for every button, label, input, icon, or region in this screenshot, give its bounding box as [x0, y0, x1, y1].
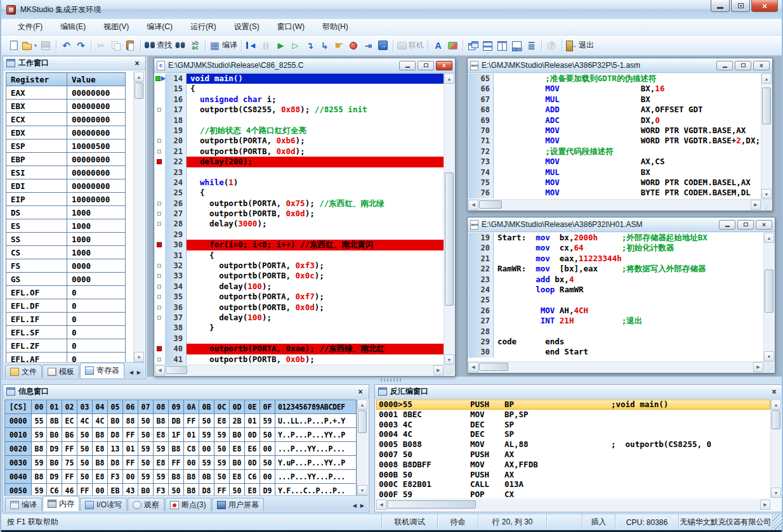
c-editor-titlebar[interactable]: c E:\GMJ\MKStudio\Release\C86_8255.C × [154, 58, 455, 73]
menu-item-编译(C)[interactable]: 编译(C) [138, 19, 181, 35]
code-line[interactable]: 17 outportb(CS8255, 0x88); //8255 init [155, 105, 444, 115]
code-line[interactable]: 29 [155, 230, 444, 240]
tab-scroll-left-icon[interactable]: ◀ [353, 503, 357, 509]
disasm-row[interactable]: 0005 B088MOVAL,88; outportb(CS8255, 0 [376, 439, 770, 450]
disasm-listing[interactable]: 0000>55PUSHBP;void main()0001 8BECMOVBP,… [376, 399, 770, 498]
tab-模板[interactable]: 模板 [43, 365, 79, 378]
code-line[interactable]: 30 for(i=0; i<8; i++) //东西红、南北黄闪 [155, 240, 444, 250]
register-row[interactable]: EDX00000000 [6, 126, 126, 139]
scroll-left-icon[interactable]: ◀ [468, 362, 478, 372]
code-line[interactable]: 31 { [155, 250, 444, 261]
code-line[interactable]: 14void main() [155, 74, 444, 84]
asm2-code-editor[interactable]: 19Start: mov bx,2000h ;外部存储器起始地址BX20 mov… [468, 233, 763, 361]
register-row[interactable]: SS1000 [6, 233, 126, 246]
register-row[interactable]: EFL.ZF0 [6, 339, 126, 353]
hex-row[interactable]: 0020B8D9FF50E813015959B8C80050E8E600...P… [5, 442, 357, 456]
find-button[interactable]: 查找 [143, 38, 173, 53]
disasm-vscrollbar[interactable]: ▲ ▼ [770, 399, 781, 498]
c-editor-vscrollbar[interactable]: ▲ ▼ [444, 74, 454, 365]
scroll-left-icon[interactable]: ◀ [468, 200, 478, 210]
register-row[interactable]: EIP10000000 [6, 193, 126, 206]
code-line[interactable]: 18 [155, 115, 444, 126]
close-button[interactable]: × [751, 0, 778, 12]
tab-断点(3)[interactable]: 断点(3) [165, 498, 211, 511]
code-line[interactable]: 28 [468, 327, 763, 337]
register-row[interactable]: EBP00000000 [6, 153, 126, 166]
menu-item-文件(F)[interactable]: 文件(F) [9, 19, 51, 35]
step-out-button[interactable] [317, 38, 332, 53]
scroll-right-icon[interactable]: ▶ [753, 362, 763, 372]
asm2-editor-window[interactable]: asm E:\GMJ\MKStudio\Release\A386P32I\H01… [467, 217, 775, 373]
tab-内存[interactable]: 内存 [43, 496, 79, 511]
hex-row[interactable]: 001059B0B650B8D8FF50E81F015959B00D50Y..P… [5, 428, 357, 442]
asm1-titlebar[interactable]: asm E:\GMJ\MKStudio\Release\A386P32P\5-1… [468, 58, 772, 73]
scroll-up-icon[interactable]: ▲ [134, 72, 144, 82]
disasm-row[interactable]: 0000>55PUSHBP;void main() [376, 399, 770, 410]
child-restore-button[interactable] [735, 61, 751, 70]
disasm-hscrollbar[interactable]: ◀ ▶ [376, 500, 770, 510]
scroll-down-icon[interactable]: ▼ [764, 351, 774, 361]
info-vscrollbar[interactable]: ▲ ▼ [357, 399, 367, 495]
menu-item-窗口(W)[interactable]: 窗口(W) [268, 19, 313, 35]
child-close-button[interactable]: × [753, 61, 770, 70]
child-restore-button[interactable] [418, 61, 434, 70]
code-line[interactable]: 24 loop RamWR [468, 285, 763, 295]
child-restore-button[interactable] [737, 220, 754, 230]
code-line[interactable]: 37 delay(100); [155, 313, 444, 323]
scroll-up-icon[interactable]: ▲ [771, 399, 781, 410]
reset-button[interactable] [244, 38, 259, 53]
code-line[interactable]: 74 MUL BX [468, 167, 761, 178]
c-editor-window[interactable]: c E:\GMJ\MKStudio\Release\C86_8255.C × 1… [154, 58, 456, 377]
register-row[interactable]: FS0000 [6, 259, 126, 273]
scroll-down-icon[interactable]: ▼ [134, 352, 144, 362]
scroll-right-icon[interactable]: ▶ [433, 365, 444, 375]
break-button[interactable] [332, 38, 346, 53]
code-line[interactable]: 71 MOV WORD PTR VGDTR.BASE+2,DX; [468, 136, 761, 146]
disasm-row[interactable]: 0001 8BECMOVBP,SP [376, 410, 770, 420]
new-file-button[interactable] [6, 38, 21, 53]
splitter-handle[interactable] [381, 379, 402, 382]
code-line[interactable]: 16 unsigned char i; [155, 94, 444, 105]
c-editor-hscrollbar[interactable]: ◀ ▶ [155, 365, 444, 375]
code-line[interactable]: 15{ [155, 84, 444, 94]
code-line[interactable]: 41 outportb(PORTB, 0x0b); [155, 354, 444, 365]
scroll-down-icon[interactable]: ▼ [357, 485, 367, 495]
register-row[interactable]: EFL.IF0 [6, 313, 126, 326]
step-into-button[interactable] [303, 38, 317, 53]
code-line[interactable]: 33 outportb(PORTB, 0x0c); [155, 271, 444, 281]
replace-button[interactable] [188, 38, 202, 53]
disasm-panel-close-icon[interactable]: × [769, 387, 779, 397]
register-row[interactable]: CS1000 [6, 246, 126, 259]
exit-button[interactable]: 退出 [565, 38, 595, 53]
code-line[interactable]: 25 { [155, 188, 444, 198]
disasm-row[interactable]: 0008 B8DBFFMOVAX,FFDB [376, 460, 770, 470]
child-close-button[interactable]: × [436, 61, 452, 70]
tab-寄存器[interactable]: 寄存器 [80, 363, 124, 378]
child-minimize-button[interactable] [399, 61, 416, 70]
code-line[interactable]: 29code ends [468, 337, 763, 347]
register-row[interactable]: GS0000 [6, 273, 126, 286]
code-line[interactable]: 66 MOV BX,16 [468, 84, 761, 94]
memory-hex-view[interactable]: [CS]000102030405060708090A0B0C0D0E0F0123… [4, 399, 357, 495]
code-line[interactable]: 27 INT 21H ;退出 [468, 316, 763, 326]
hex-row[interactable]: 0040B8D9FF50E8F3005959B8B80B50E8C600...P… [5, 470, 357, 484]
work-panel-header[interactable]: 工作窗口 × [3, 56, 145, 70]
code-line[interactable]: 34 delay(100); [155, 282, 444, 292]
hex-row[interactable]: 003059B07550B8D8FF50E8FF005959B00D50Y.uP… [5, 456, 357, 470]
tab-观察[interactable]: 观察 [128, 498, 164, 511]
register-row[interactable]: ES1000 [6, 219, 126, 233]
hex-row[interactable]: 0000558BEC4C4CB08850B8DBFF50E82B0159U..L… [5, 414, 357, 428]
scroll-down-icon[interactable]: ▼ [761, 189, 772, 199]
asm1-editor-window[interactable]: asm E:\GMJ\MKStudio\Release\A386P32P\5-1… [467, 58, 773, 211]
scroll-up-icon[interactable]: ▲ [761, 74, 772, 84]
restore-button[interactable] [731, 0, 750, 12]
redo-button[interactable] [74, 38, 88, 53]
code-line[interactable]: 65 ;准备要加载到GDTR的伪描述符 [468, 74, 761, 84]
scroll-thumb[interactable] [166, 366, 187, 374]
scroll-thumb[interactable] [358, 410, 367, 433]
code-line[interactable]: 70 MOV WORD PTR VGDTR.BASE,AX [468, 126, 761, 136]
code-line[interactable]: 68 ADD AX,OFFSET GDT [468, 105, 761, 115]
info-panel-header[interactable]: 信息窗口 × [3, 385, 369, 399]
scroll-right-icon[interactable]: ▶ [751, 200, 761, 210]
code-line[interactable]: 20 outportb(PORTA, 0xb6); [155, 136, 444, 146]
